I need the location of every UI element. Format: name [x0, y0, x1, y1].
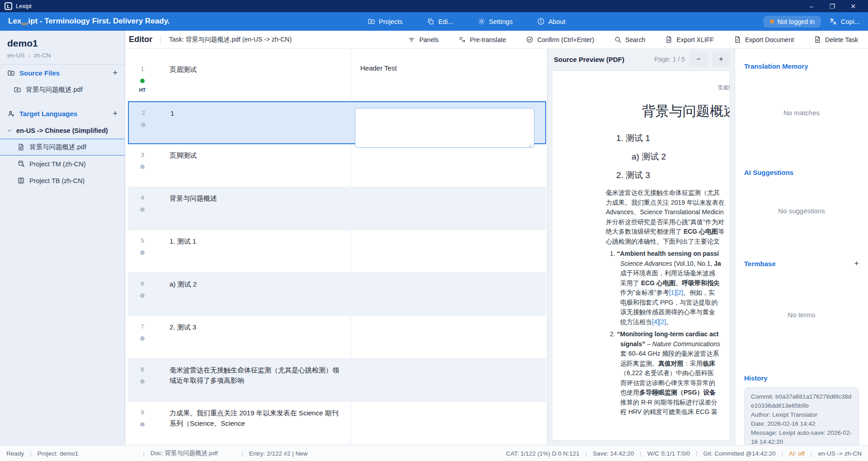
target-segment-cell[interactable]: [350, 273, 546, 315]
status-dot-icon: [140, 336, 145, 341]
nav-item-label: Projects: [379, 18, 402, 25]
segment-row-9[interactable]: 9力成果。我们重点关注 2019 年以来发表在 Science 期刊系列（Sci…: [128, 402, 546, 445]
commit-info-box: Commit: b0a37a681a176278d6fc38de10336dd8…: [744, 387, 859, 452]
target-segment-cell[interactable]: [350, 144, 546, 187]
source-files-section[interactable]: Source Files +: [0, 65, 125, 81]
segment-number: 7: [141, 323, 144, 330]
source-segment-text[interactable]: 毫米波雷达在无接触生命体征监测（尤其是心跳检测）领域近年取得了多项高影响: [157, 359, 350, 401]
pdf-text-line: 绝大多数顶级研究都使用了 ECG 心电图等: [552, 227, 730, 237]
export-xliff-button[interactable]: Export XLIFF: [665, 36, 713, 43]
pdf-text-line: 电极和指套式 PPG，与雷达提取的: [552, 298, 730, 308]
target-input[interactable]: [355, 108, 534, 148]
pdf-doc-title: 背景与问题概述: [642, 102, 730, 121]
source-segment-text[interactable]: 2. 测试 3: [157, 316, 350, 358]
target-segment-cell[interactable]: [350, 187, 546, 230]
target-segment-cell[interactable]: [350, 316, 546, 358]
language-pair-group[interactable]: en-US -> Chinese (Simplified): [0, 122, 125, 139]
pdf-text-line: 成于环境表面，利用近场毫米波感: [552, 268, 730, 278]
source-segment-text[interactable]: a) 测试 2: [157, 273, 350, 315]
status-separator: |: [241, 450, 243, 457]
project-name: demo1: [7, 38, 118, 49]
source-segment-text[interactable]: 背景与问题概述: [157, 187, 350, 230]
source-segment-text[interactable]: 力成果。我们重点关注 2019 年以来发表在 Science 期刊系列（Scie…: [157, 402, 350, 444]
segment-number-cell: 7: [128, 316, 157, 358]
add-target-language-button[interactable]: +: [113, 109, 118, 118]
pdf-text-line: 套 60–64 GHz 频段的毫米波雷达系: [552, 349, 730, 359]
source-segment-text[interactable]: 页脚测试: [157, 144, 350, 187]
source-segment-text[interactable]: 1. 测试 1: [157, 230, 350, 273]
target-segment-cell[interactable]: [350, 359, 546, 401]
search-button[interactable]: Search: [614, 36, 645, 43]
target-segment-cell[interactable]: [350, 230, 546, 273]
status-item-ai: AI: off: [789, 450, 805, 457]
ai-empty-text: No suggestions: [744, 176, 859, 245]
page-indicator: Page: 1 / 5: [654, 56, 685, 63]
target-segment-cell[interactable]: [351, 102, 545, 143]
status-dot-icon: [140, 165, 145, 169]
nav-item-settings[interactable]: Settings: [478, 18, 513, 25]
export-document-button[interactable]: Export Document: [734, 36, 794, 43]
segment-row-2[interactable]: 21: [128, 101, 546, 144]
segment-row-6[interactable]: 6a) 测试 2: [128, 273, 546, 316]
target-item-projecttbzhcn[interactable]: Project TB (zh-CN): [0, 172, 125, 189]
add-source-file-button[interactable]: +: [113, 68, 118, 78]
search-icon: [614, 36, 622, 43]
pdf-header-note: 页眉测试: [718, 85, 730, 91]
assistance-sidebar: Translation Memory No matches AI Suggest…: [735, 49, 868, 445]
translation-memory-panel: Translation Memory No matches: [744, 49, 859, 155]
minimize-button[interactable]: –: [801, 3, 822, 10]
segment-number: 1: [141, 66, 144, 72]
login-status-button[interactable]: Not logged in: [764, 16, 821, 28]
segment-number-cell: 3: [128, 144, 157, 187]
status-dot-icon: [140, 79, 145, 83]
pdf-text-line: 作为"金标准"参考[1][2]。例如，实: [552, 288, 730, 298]
target-segment-cell[interactable]: [350, 402, 546, 444]
target-segment-cell[interactable]: Header Test: [350, 58, 546, 101]
confirm-ctrlenter-button[interactable]: Confirm (Ctrl+Enter): [526, 36, 594, 43]
language-pair-label: en-US -> Chinese (Simplified): [16, 127, 108, 134]
segment-row-3[interactable]: 3页脚测试: [128, 144, 546, 187]
header-right: Not logged in Copi...: [764, 16, 860, 28]
termbase-panel: Termbase+ No terms: [744, 245, 859, 361]
segment-row-7[interactable]: 72. 测试 3: [128, 316, 546, 359]
target-item-projecttmzhcn[interactable]: Project TM (zh-CN): [0, 155, 125, 172]
delete-task-button[interactable]: Delete Task: [814, 36, 858, 43]
maximize-button[interactable]: ❐: [822, 3, 843, 10]
panels-button[interactable]: Panels: [408, 36, 439, 43]
source-segment-text[interactable]: 1: [158, 102, 351, 143]
segment-row-5[interactable]: 51. 测试 1: [128, 230, 546, 273]
toolbar-button-label: Pre-translate: [470, 36, 506, 43]
source-file-name: 背景与问题概述.pdf: [26, 85, 83, 94]
zoom-out-button[interactable]: −: [689, 52, 708, 67]
segment-number: 2: [142, 109, 145, 116]
segment-row-4[interactable]: 4背景与问题概述: [128, 187, 546, 230]
nav-item-projects[interactable]: Projects: [368, 18, 402, 25]
nav-item-about[interactable]: About: [537, 18, 566, 25]
pretranslate-button[interactable]: Pre-translate: [458, 36, 506, 43]
nav-item-edi[interactable]: Edi...: [427, 18, 453, 25]
status-separator: |: [30, 450, 32, 457]
commit-info-line: Message: Lexipt auto-save: 2026-02-16 14…: [751, 428, 852, 447]
target-languages-section[interactable]: Target Languages +: [0, 105, 125, 122]
target-item-active-file[interactable]: 背景与问题概述.pdf: [0, 139, 125, 155]
add-term-button[interactable]: +: [854, 259, 859, 268]
copilot-button[interactable]: Copi...: [829, 18, 860, 26]
zoom-in-button[interactable]: +: [712, 52, 730, 67]
source-files-title: Source Files: [19, 69, 60, 77]
history-title: History: [744, 374, 859, 382]
status-separator: |: [811, 450, 812, 457]
pdf-text-line: Advances、Science Translational Medicin: [552, 207, 730, 217]
editor-title: Editor: [129, 35, 152, 44]
source-segment-text[interactable]: 页眉测试: [157, 58, 350, 101]
close-button[interactable]: ✕: [843, 3, 863, 10]
main-area: demo1 en-US › zh-CN Source Files + 背景与问题…: [0, 31, 868, 445]
status-bar: Ready|Project: demo1|Doc: 背景与问题概述.pdf|En…: [0, 445, 868, 461]
project-header: demo1 en-US › zh-CN: [0, 38, 125, 65]
source-file-item[interactable]: 背景与问题概述.pdf: [0, 81, 125, 98]
db-search-icon: [17, 160, 25, 168]
translate-icon: [829, 18, 837, 26]
segment-row-8[interactable]: 8毫米波雷达在无接触生命体征监测（尤其是心跳检测）领域近年取得了多项高影响: [128, 359, 546, 402]
segment-row-1[interactable]: 1HT页眉测试Header Test: [128, 58, 546, 101]
editor-column: Editor Task: 背景与问题概述.pdf (en-US -> zh-CN…: [125, 31, 868, 445]
pdf-page[interactable]: 页眉测试背景与问题概述1. 测试 1a) 测试 22. 测试 3毫米波雷达在无接…: [552, 71, 730, 441]
